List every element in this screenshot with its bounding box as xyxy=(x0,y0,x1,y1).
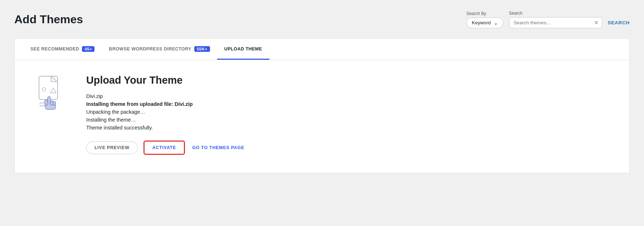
search-group: Search ✕ xyxy=(509,11,602,28)
clear-search-icon[interactable]: ✕ xyxy=(594,20,599,26)
filename: Divi.zip xyxy=(86,93,615,99)
search-by-value: Keyword xyxy=(472,20,491,25)
step3: Theme installed successfully. xyxy=(86,125,615,131)
upload-illustration xyxy=(29,74,72,114)
tab-browse-wordpress[interactable]: BROWSE WORDPRESS DIRECTORY 55K+ xyxy=(102,39,217,60)
step2: Installing the theme… xyxy=(86,117,615,123)
activate-button[interactable]: ACTIVATE xyxy=(143,141,185,155)
goto-themes-button[interactable]: GO TO THEMES PAGE xyxy=(191,142,246,154)
tab-upload-theme-label: UPLOAD THEME xyxy=(224,46,262,51)
search-label: Search xyxy=(509,11,602,16)
svg-rect-7 xyxy=(53,102,55,105)
svg-rect-4 xyxy=(48,97,50,103)
tab-browse-wordpress-badge: 55K+ xyxy=(194,46,210,52)
tab-see-recommended[interactable]: SEE RECOMMENDED 45+ xyxy=(23,39,102,60)
search-input[interactable] xyxy=(509,17,602,28)
tab-upload-theme[interactable]: UPLOAD THEME xyxy=(217,39,269,60)
search-by-group: Search By Keyword ⌄ xyxy=(467,11,503,28)
page-title: Add Themes xyxy=(14,13,83,26)
upload-content: Upload Your Theme Divi.zip Installing th… xyxy=(15,60,629,173)
page-header: Add Themes Search By Keyword ⌄ Search ✕ … xyxy=(14,11,630,28)
tab-see-recommended-badge: 45+ xyxy=(82,46,94,52)
live-preview-button[interactable]: LIVE PREVIEW xyxy=(86,141,138,154)
chevron-down-icon: ⌄ xyxy=(494,20,498,26)
tab-browse-wordpress-label: BROWSE WORDPRESS DIRECTORY xyxy=(109,46,191,51)
svg-rect-6 xyxy=(50,101,53,105)
upload-text-content: Upload Your Theme Divi.zip Installing th… xyxy=(86,74,615,155)
search-by-label: Search By xyxy=(467,11,503,16)
search-button[interactable]: SEARCH xyxy=(608,20,630,28)
header-controls: Search By Keyword ⌄ Search ✕ SEARCH xyxy=(467,11,630,28)
action-buttons: LIVE PREVIEW ACTIVATE GO TO THEMES PAGE xyxy=(86,141,615,155)
step1: Unpacking the package… xyxy=(86,109,615,115)
main-card: SEE RECOMMENDED 45+ BROWSE WORDPRESS DIR… xyxy=(14,38,630,173)
search-input-wrapper: ✕ xyxy=(509,17,602,28)
installing-text: Installing theme from uploaded file: Div… xyxy=(86,101,615,107)
upload-title: Upload Your Theme xyxy=(86,74,615,86)
search-by-select[interactable]: Keyword ⌄ xyxy=(467,18,503,28)
tab-see-recommended-label: SEE RECOMMENDED xyxy=(30,46,79,51)
tabs-bar: SEE RECOMMENDED 45+ BROWSE WORDPRESS DIR… xyxy=(15,39,629,60)
